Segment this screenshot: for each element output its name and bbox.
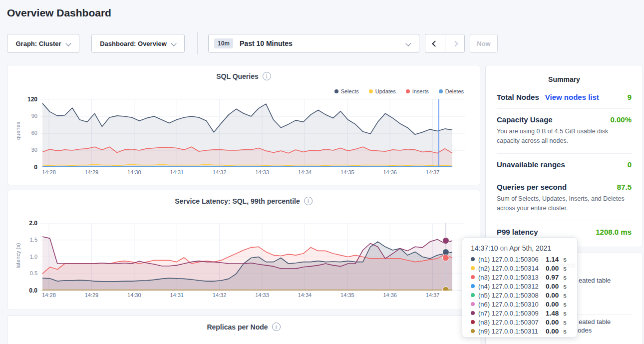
legend-dot-icon: [406, 89, 410, 93]
info-icon[interactable]: i: [272, 323, 281, 331]
latency-x-axis: 14:2814:2914:3014:3114:3214:3314:3414:35…: [40, 292, 465, 300]
legend-dot-icon: [439, 89, 443, 93]
total-nodes-label: Total Nodes: [497, 93, 539, 101]
node-dot-icon: [471, 329, 475, 333]
time-next-button[interactable]: [445, 34, 465, 53]
info-icon[interactable]: i: [263, 72, 271, 80]
summary-panel: Summary Total Nodes View nodes list 9 Ca…: [485, 65, 643, 247]
replicas-per-node-panel: Replicas per Node i: [7, 316, 480, 344]
tooltip-node-label: (n6) 127.0.0.1:50310: [478, 301, 542, 308]
legend-item[interactable]: Inserts: [406, 88, 429, 94]
service-latency-title: Service Latency: SQL, 99th percentile: [175, 197, 300, 205]
summary-row-capacity: Capacity Usage 0.00% You are using 0 B o…: [497, 109, 632, 154]
qps-desc: Sum of Selects, Updates, Inserts, and De…: [497, 194, 632, 214]
chevron-down-icon: [171, 41, 176, 46]
x-tick-label: 14:32: [209, 292, 231, 298]
sql-queries-title: SQL Queries: [216, 72, 259, 80]
tooltip-node-value: 0.00: [546, 283, 559, 290]
time-prev-button[interactable]: [425, 34, 445, 53]
y-tick-label: 2.0: [14, 220, 37, 227]
tooltip-row: (n2) 127.0.0.1:503140.00s: [471, 264, 577, 273]
tooltip-node-label: (n3) 127.0.0.1:50313: [478, 274, 542, 281]
now-button[interactable]: Now: [470, 34, 498, 53]
node-dot-icon: [471, 266, 475, 270]
sql-y-axis-unit: queries: [15, 108, 21, 153]
x-tick-label: 14:37: [422, 169, 444, 175]
node-dot-icon: [471, 293, 475, 297]
tooltip-node-unit: s: [563, 283, 567, 290]
y-tick-label: 120: [14, 96, 37, 103]
view-nodes-list-link[interactable]: View nodes list: [545, 93, 599, 101]
qps-value: 87.5: [617, 183, 632, 191]
legend-dot-icon: [369, 89, 373, 93]
legend-item[interactable]: Updates: [369, 88, 396, 94]
capacity-usage-value: 0.00%: [610, 115, 632, 124]
chart-hover-tooltip: 14:37:10 on Apr 5th, 2021 (n1) 127.0.0.1…: [462, 237, 578, 338]
x-tick-label: 14:35: [336, 292, 358, 298]
x-tick-label: 14:31: [166, 292, 188, 298]
sql-queries-chart[interactable]: [40, 99, 465, 167]
tooltip-node-label: (n9) 127.0.0.1:50311: [478, 328, 542, 335]
tooltip-row: (n4) 127.0.0.1:503120.00s: [471, 282, 577, 291]
page-title: Overview Dashboard: [7, 7, 111, 19]
x-tick-label: 14:28: [38, 292, 60, 298]
time-nav-group: [425, 34, 465, 53]
tooltip-row: (n5) 127.0.0.1:503080.00s: [471, 291, 577, 300]
service-latency-chart[interactable]: [40, 223, 465, 291]
node-dot-icon: [471, 320, 475, 324]
tooltip-node-label: (n4) 127.0.0.1:50312: [478, 283, 542, 290]
x-tick-label: 14:30: [123, 169, 145, 175]
p99-latency-label: P99 latency: [497, 228, 538, 236]
event-item-text: odes: [578, 327, 592, 334]
legend-item[interactable]: Deletes: [439, 88, 464, 94]
x-tick-label: 14:36: [379, 169, 401, 175]
capacity-usage-label: Capacity Usage: [497, 115, 553, 124]
tooltip-node-unit: s: [563, 310, 567, 317]
tooltip-node-value: 0.00: [546, 328, 559, 335]
tooltip-row: (n1) 127.0.0.1:503061.14s: [471, 255, 577, 264]
node-dot-icon: [471, 311, 475, 315]
tooltip-node-label: (n7) 127.0.0.1:50309: [478, 310, 542, 317]
x-tick-label: 14:36: [379, 292, 401, 298]
tooltip-row: (n9) 127.0.0.1:503110.00s: [471, 327, 577, 336]
sql-legend: SelectsUpdatesInsertsDeletes: [334, 88, 464, 94]
legend-item[interactable]: Selects: [334, 88, 359, 94]
tooltip-node-value: 0.00: [546, 319, 559, 326]
x-tick-label: 14:33: [251, 292, 273, 298]
x-tick-label: 14:32: [209, 169, 231, 175]
tooltip-row: (n3) 127.0.0.1:503130.97s: [471, 273, 577, 282]
tooltip-node-unit: s: [563, 265, 567, 272]
total-nodes-value: 9: [628, 93, 632, 101]
summary-row-unavailable-ranges: Unavailable ranges 0: [497, 154, 632, 176]
capacity-usage-desc: You are using 0 B of 4.5 GiB usable disk…: [497, 127, 632, 146]
tooltip-node-label: (n1) 127.0.0.1:50306: [478, 256, 542, 263]
x-tick-label: 14:28: [38, 169, 60, 175]
legend-label: Inserts: [412, 88, 429, 94]
app: { "page": { "title": "Overview Dashboard…: [0, 0, 644, 344]
x-tick-label: 14:29: [80, 292, 102, 298]
x-tick-label: 14:29: [80, 169, 102, 175]
x-tick-label: 14:30: [123, 292, 145, 298]
x-tick-label: 14:37: [422, 292, 444, 298]
toolbar-divider: [197, 32, 198, 54]
tooltip-timestamp: 14:37:10 on Apr 5th, 2021: [471, 244, 577, 252]
summary-row-qps: Queries per second 87.5 Sum of Selects, …: [497, 176, 632, 221]
tooltip-node-unit: s: [563, 301, 567, 308]
summary-row-total-nodes: Total Nodes View nodes list 9: [497, 86, 632, 109]
node-dot-icon: [471, 302, 475, 306]
info-icon[interactable]: i: [304, 197, 313, 205]
graph-dropdown[interactable]: Graph: Cluster: [7, 34, 79, 53]
dashboard-dropdown[interactable]: Dashboard: Overview: [91, 34, 185, 53]
tooltip-node-unit: s: [563, 328, 567, 335]
tooltip-node-label: (n8) 127.0.0.1:50307: [478, 319, 542, 326]
chevron-down-icon: [66, 41, 71, 46]
time-range-label: Past 10 Minutes: [240, 39, 293, 47]
tooltip-node-value: 1.48: [546, 310, 559, 317]
time-range-badge: 10m: [214, 38, 233, 48]
time-range-dropdown[interactable]: 10m Past 10 Minutes: [208, 34, 419, 53]
legend-label: Selects: [341, 88, 359, 94]
event-item-text: eated table: [579, 277, 611, 284]
y-tick-label: 0: [14, 164, 37, 171]
tooltip-rows: (n1) 127.0.0.1:503061.14s(n2) 127.0.0.1:…: [471, 255, 577, 336]
tooltip-row: (n6) 127.0.0.1:503100.00s: [471, 300, 577, 309]
